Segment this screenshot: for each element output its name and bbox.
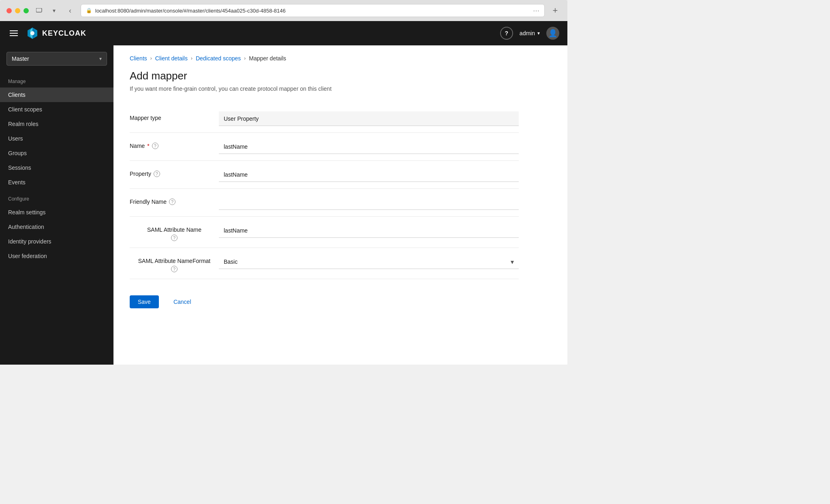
maximize-button[interactable] xyxy=(24,8,29,13)
realm-name: Master xyxy=(12,56,29,62)
user-menu[interactable]: admin ▾ xyxy=(520,30,540,36)
sidebar-item-client-scopes[interactable]: Client scopes xyxy=(0,102,113,117)
save-button[interactable]: Save xyxy=(130,295,159,308)
more-button[interactable]: ⋯ xyxy=(533,7,539,15)
mapper-form: Mapper type User Property Name * ? xyxy=(130,105,519,308)
cancel-button[interactable]: Cancel xyxy=(165,295,199,308)
tab-dropdown-button[interactable]: ▾ xyxy=(48,6,60,15)
name-label: Name * ? xyxy=(130,143,219,149)
sidebar-section-manage: Manage xyxy=(0,72,113,88)
hamburger-menu-button[interactable] xyxy=(8,29,19,38)
top-nav: KEYCLOAK ? admin ▾ 👤 xyxy=(0,21,567,45)
tab-view-button[interactable] xyxy=(34,6,45,15)
hamburger-line xyxy=(10,33,18,34)
breadcrumb-dedicated-scopes[interactable]: Dedicated scopes xyxy=(196,55,241,62)
friendly-name-help-icon[interactable]: ? xyxy=(169,199,175,205)
breadcrumb: Clients › Client details › Dedicated sco… xyxy=(130,55,551,62)
user-chevron-icon: ▾ xyxy=(537,30,540,36)
back-button[interactable]: ‹ xyxy=(64,5,76,16)
breadcrumb-client-details[interactable]: Client details xyxy=(155,55,188,62)
sidebar-item-realm-roles[interactable]: Realm roles xyxy=(0,117,113,131)
sidebar-section-configure: Configure xyxy=(0,190,113,205)
saml-attr-nameformat-select[interactable]: Basic URI Reference Unspecified xyxy=(219,254,519,269)
hamburger-line xyxy=(10,35,18,36)
svg-point-4 xyxy=(30,31,34,35)
sidebar-item-authentication[interactable]: Authentication xyxy=(0,220,113,234)
name-help-icon[interactable]: ? xyxy=(152,143,158,149)
property-label: Property ? xyxy=(130,171,219,177)
minimize-button[interactable] xyxy=(15,8,20,13)
address-bar[interactable]: 🔒 localhost:8080/admin/master/console/#/… xyxy=(81,4,545,17)
hamburger-line xyxy=(10,30,18,31)
saml-attr-name-label: SAML Attribute Name ? xyxy=(130,226,219,241)
sidebar-item-sessions[interactable]: Sessions xyxy=(0,160,113,175)
realm-selector[interactable]: Master ▾ xyxy=(6,52,107,66)
friendly-name-label: Friendly Name ? xyxy=(130,199,219,205)
saml-attr-nameformat-label: SAML Attribute NameFormat ? xyxy=(130,258,219,272)
sidebar-item-users[interactable]: Users xyxy=(0,131,113,146)
saml-attr-name-row: SAML Attribute Name ? xyxy=(130,217,519,248)
mapper-type-row: Mapper type User Property xyxy=(130,105,519,133)
avatar-icon: 👤 xyxy=(548,29,557,38)
sidebar-item-groups[interactable]: Groups xyxy=(0,146,113,160)
saml-attr-nameformat-help-icon[interactable]: ? xyxy=(171,266,178,272)
mapper-type-value: User Property xyxy=(219,111,519,126)
name-input[interactable] xyxy=(219,139,519,154)
realm-chevron-icon: ▾ xyxy=(99,56,102,62)
saml-attr-name-input[interactable] xyxy=(219,223,519,238)
saml-attr-name-help-icon[interactable]: ? xyxy=(171,235,178,241)
sidebar-item-events[interactable]: Events xyxy=(0,175,113,190)
mapper-type-label: Mapper type xyxy=(130,115,219,121)
breadcrumb-sep-1: › xyxy=(150,56,152,61)
saml-attr-nameformat-row: SAML Attribute NameFormat ? Basic URI R xyxy=(130,248,519,279)
svg-rect-0 xyxy=(36,8,42,12)
sidebar-item-realm-settings[interactable]: Realm settings xyxy=(0,205,113,220)
breadcrumb-sep-2: › xyxy=(191,56,193,61)
address-text: localhost:8080/admin/master/console/#/ma… xyxy=(95,8,530,14)
keycloak-logo-icon xyxy=(26,27,39,40)
friendly-name-input[interactable] xyxy=(219,195,519,210)
sidebar-item-identity-providers[interactable]: Identity providers xyxy=(0,234,113,249)
username-label: admin xyxy=(520,30,535,36)
close-button[interactable] xyxy=(6,8,12,13)
property-row: Property ? xyxy=(130,161,519,189)
name-row: Name * ? xyxy=(130,133,519,161)
page-title: Add mapper xyxy=(130,70,551,82)
logo-text: KEYCLOAK xyxy=(42,29,86,38)
help-button[interactable]: ? xyxy=(500,27,513,40)
avatar[interactable]: 👤 xyxy=(546,27,559,40)
breadcrumb-sep-3: › xyxy=(244,56,246,61)
lock-icon: 🔒 xyxy=(86,8,92,13)
page-subtitle: If you want more fine-grain control, you… xyxy=(130,85,551,92)
main-content: Clients › Client details › Dedicated sco… xyxy=(113,45,567,365)
new-tab-button[interactable]: + xyxy=(550,5,561,16)
sidebar-item-user-federation[interactable]: User federation xyxy=(0,249,113,263)
saml-attr-nameformat-wrapper: Basic URI Reference Unspecified ▾ xyxy=(219,254,519,269)
sidebar-item-clients[interactable]: Clients xyxy=(0,88,113,102)
friendly-name-row: Friendly Name ? xyxy=(130,189,519,217)
breadcrumb-current: Mapper details xyxy=(249,55,286,62)
property-input[interactable] xyxy=(219,167,519,182)
button-row: Save Cancel xyxy=(130,292,519,308)
logo-area: KEYCLOAK xyxy=(26,27,86,40)
sidebar: Master ▾ Manage Clients Client scopes Re… xyxy=(0,45,113,365)
breadcrumb-clients[interactable]: Clients xyxy=(130,55,147,62)
name-required-indicator: * xyxy=(147,143,149,149)
property-help-icon[interactable]: ? xyxy=(154,171,160,177)
